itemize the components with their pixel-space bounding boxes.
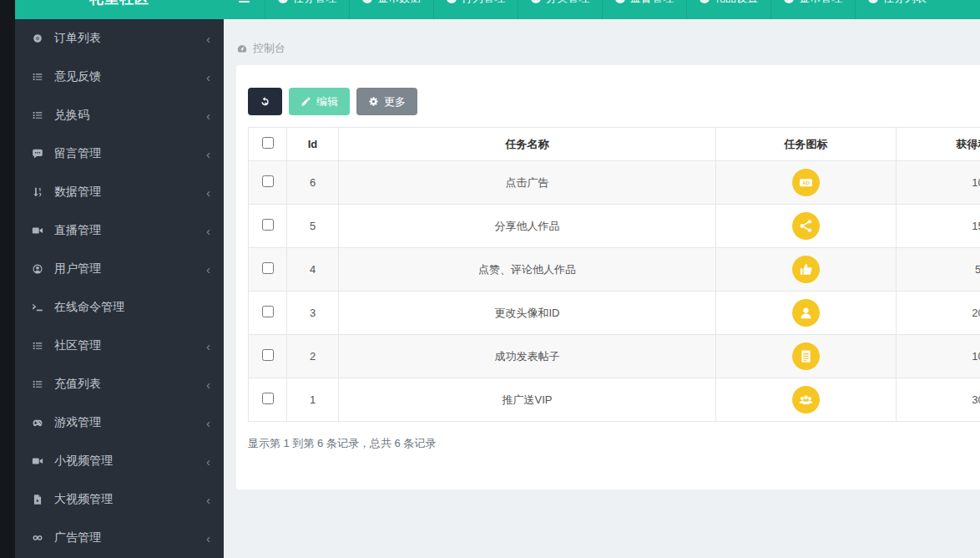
- topnav-item-3[interactable]: 分类管理: [518, 0, 602, 19]
- select-all-checkbox[interactable]: [262, 137, 274, 149]
- comment-icon: [30, 148, 45, 160]
- circle-icon: [615, 0, 625, 3]
- ad-badge-icon: [792, 169, 820, 196]
- video-icon: [30, 455, 45, 467]
- row-checkbox[interactable]: [262, 349, 274, 361]
- circle-icon: [700, 0, 710, 3]
- sidebar: 礼里社区 订单列表 ‹ 意见反馈 ‹ 兑换码 ‹ 留言管理 ‹ 数据管理 ‹ 直…: [15, 0, 224, 558]
- sidebar-item-online-command[interactable]: 在线命令管理: [15, 288, 224, 327]
- pencil-icon: [301, 96, 311, 107]
- users-icon: [792, 386, 820, 413]
- share-icon: [792, 212, 820, 240]
- refresh-button[interactable]: [248, 88, 282, 115]
- more-button[interactable]: 更多: [356, 88, 417, 115]
- chevron-left-icon: ‹: [206, 417, 210, 429]
- table-toolbar: 编辑 更多: [248, 88, 980, 115]
- sidebar-item-message-mgmt[interactable]: 留言管理 ‹: [15, 134, 224, 173]
- sidebar-item-ad-mgmt[interactable]: 广告管理 ‹: [15, 519, 224, 557]
- sidebar-item-recharge-list[interactable]: 充值列表 ‹: [15, 365, 224, 403]
- chevron-left-icon: ‹: [206, 378, 210, 391]
- topnav-item-0[interactable]: 任务管理: [265, 0, 349, 19]
- row-checkbox[interactable]: [262, 393, 274, 404]
- sidebar-item-label: 游戏管理: [54, 415, 101, 430]
- edit-button-label: 编辑: [316, 94, 338, 109]
- chevron-left-icon: ‹: [206, 109, 210, 122]
- sidebar-item-redeem-code[interactable]: 兑换码 ‹: [15, 96, 224, 134]
- sidebar-item-label: 数据管理: [54, 185, 101, 200]
- sidebar-item-label: 充值列表: [54, 377, 101, 392]
- column-header-points: 获得积分: [897, 128, 980, 161]
- sidebar-item-feedback[interactable]: 意见反馈 ‹: [15, 58, 224, 96]
- topnav-item-label: 任务列表: [883, 0, 927, 6]
- cell-id: 1: [287, 378, 339, 422]
- chevron-left-icon: ‹: [206, 186, 210, 199]
- chevron-left-icon: ‹: [206, 340, 210, 353]
- ad-icon: [30, 532, 45, 544]
- column-header-id: Id: [287, 128, 339, 161]
- list-icon: [30, 109, 45, 121]
- topnav-item-label: 金币管理: [799, 0, 842, 6]
- topnav-item-6[interactable]: 金币管理: [770, 0, 855, 19]
- row-checkbox[interactable]: [262, 219, 274, 231]
- thumbs-up-icon: [792, 256, 820, 283]
- topnav-item-label: 行为管理: [462, 0, 505, 6]
- topnav-item-5[interactable]: 礼品设置: [686, 0, 770, 19]
- column-header-task-name: 任务名称: [339, 128, 716, 161]
- list-icon: [30, 71, 45, 83]
- circle-icon: [868, 0, 878, 3]
- column-header-task-icon: 任务图标: [716, 128, 897, 161]
- row-checkbox[interactable]: [262, 262, 274, 274]
- sidebar-item-label: 小视频管理: [54, 454, 113, 469]
- table-header-row: Id 任务名称 任务图标 获得积分: [249, 128, 980, 161]
- topnav-item-4[interactable]: 监督管理: [602, 0, 686, 19]
- row-checkbox[interactable]: [262, 175, 274, 187]
- list-icon: [30, 378, 45, 390]
- sidebar-item-community-mgmt[interactable]: 社区管理 ‹: [15, 327, 224, 365]
- cell-id: 3: [287, 292, 339, 335]
- chevron-left-icon: ‹: [206, 263, 210, 276]
- gauge-icon: [236, 43, 248, 54]
- sidebar-item-label: 社区管理: [54, 338, 101, 353]
- table-row: 2 成功发表帖子 10: [249, 335, 980, 378]
- tasks-table: Id 任务名称 任务图标 获得积分 6 点击广告 10 5 分享他人作品 15: [248, 127, 980, 422]
- table-row: 5 分享他人作品 15: [249, 205, 980, 248]
- sidebar-item-data-mgmt[interactable]: 数据管理 ‹: [15, 173, 224, 211]
- records-summary: 显示第 1 到第 6 条记录，总共 6 条记录: [248, 436, 980, 451]
- top-navbar: 任务管理 金币数据 行为管理 分类管理 监督管理 礼品设置 金币管理 任务列表: [224, 0, 980, 19]
- gem-icon: [30, 33, 45, 44]
- sidebar-item-live-mgmt[interactable]: 直播管理 ‹: [15, 211, 224, 250]
- cell-task-name: 推广送VIP: [339, 378, 716, 422]
- sidebar-toggle-button[interactable]: [224, 0, 265, 19]
- cell-points: 5: [897, 248, 980, 292]
- circle-icon: [531, 0, 541, 3]
- cell-points: 30: [897, 378, 980, 422]
- sidebar-item-user-mgmt[interactable]: 用户管理 ‹: [15, 250, 224, 288]
- edit-button[interactable]: 编辑: [289, 88, 350, 115]
- user-circle-icon: [30, 263, 45, 275]
- topnav-item-label: 礼品设置: [715, 0, 758, 6]
- topnav-item-1[interactable]: 金币数据: [349, 0, 433, 19]
- sidebar-item-label: 留言管理: [54, 146, 101, 161]
- more-button-label: 更多: [384, 94, 406, 109]
- sidebar-item-label: 用户管理: [54, 261, 101, 276]
- refresh-icon: [260, 96, 270, 107]
- topnav-item-7[interactable]: 任务列表: [855, 0, 939, 19]
- sidebar-item-long-video-mgmt[interactable]: 大视频管理 ‹: [15, 480, 224, 519]
- terminal-icon: [30, 302, 45, 313]
- content-card: 编辑 更多 Id 任务名称 任务图标 获得积分 6 点击广告 10: [236, 65, 980, 490]
- cell-id: 5: [287, 205, 339, 248]
- table-row: 3 更改头像和ID 20: [249, 292, 980, 335]
- row-checkbox[interactable]: [262, 306, 274, 317]
- topnav-item-2[interactable]: 行为管理: [433, 0, 518, 19]
- sidebar-item-label: 直播管理: [54, 223, 101, 238]
- sidebar-item-label: 大视频管理: [54, 492, 113, 507]
- sidebar-item-order-list[interactable]: 订单列表 ‹: [15, 19, 224, 58]
- sidebar-item-short-video-mgmt[interactable]: 小视频管理 ‹: [15, 442, 224, 480]
- topnav-item-label: 金币数据: [377, 0, 421, 6]
- sidebar-item-game-mgmt[interactable]: 游戏管理 ‹: [15, 403, 224, 442]
- cell-task-name: 点赞、评论他人作品: [339, 248, 716, 292]
- cell-points: 10: [897, 161, 980, 205]
- cell-points: 20: [897, 292, 980, 335]
- sidebar-item-label: 意见反馈: [54, 69, 101, 84]
- chevron-left-icon: ‹: [206, 33, 210, 45]
